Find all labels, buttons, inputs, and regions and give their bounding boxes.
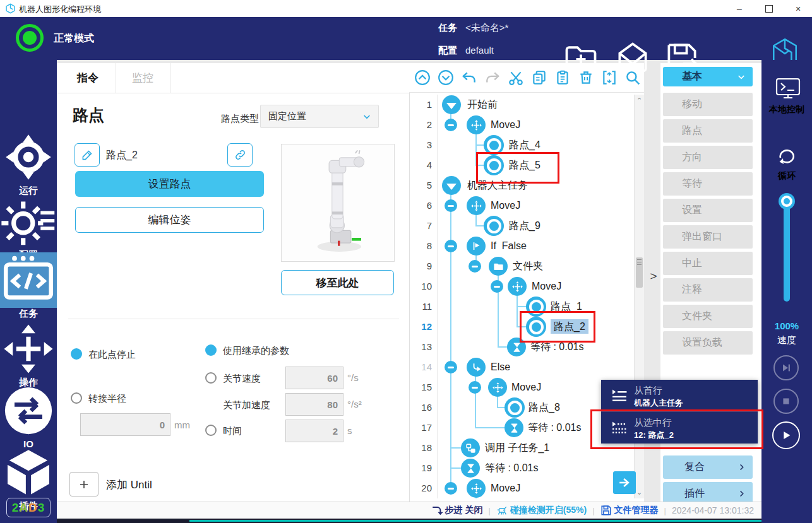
tree-node-label[interactable]: If False xyxy=(491,236,527,256)
radius-input[interactable]: 0 xyxy=(80,413,170,436)
tree-node-label[interactable]: MoveJ xyxy=(491,115,520,135)
move-here-button[interactable]: 移至此处 xyxy=(281,270,394,295)
tree-node-label[interactable]: 调用 子任务_1 xyxy=(485,438,549,458)
insert-icon[interactable] xyxy=(601,69,618,86)
scrollbar-thumb[interactable] xyxy=(636,257,643,288)
status-collision[interactable]: 碰撞检测开启(55%) xyxy=(496,505,587,516)
waypoint-icon[interactable] xyxy=(505,397,525,418)
palette-expander[interactable]: > xyxy=(647,267,660,285)
close-button[interactable]: × xyxy=(784,0,812,17)
sidebar-item-task[interactable]: 任务 xyxy=(0,252,57,308)
popup-item-run-from-first[interactable]: 从首行机器人主任务 xyxy=(601,380,758,411)
movej-icon[interactable] xyxy=(488,378,507,397)
movej-icon[interactable] xyxy=(508,277,527,296)
step-forward-button[interactable] xyxy=(773,355,799,380)
tree-node-label[interactable]: 路点_8 xyxy=(528,397,560,418)
tree-node-label[interactable]: MoveJ xyxy=(491,196,520,216)
blend-radius-radio[interactable] xyxy=(71,392,82,404)
time-radio[interactable] xyxy=(205,425,217,436)
tree-node-label[interactable]: 开始前 xyxy=(467,95,498,115)
palette-item[interactable]: 设置负载 xyxy=(663,331,753,355)
local-control-icon[interactable] xyxy=(775,77,801,100)
folder-icon[interactable] xyxy=(489,257,508,276)
use-inherited-radio[interactable] xyxy=(205,344,217,356)
status-file-manager[interactable]: 文件管理器 xyxy=(600,505,659,516)
expand-icon[interactable] xyxy=(442,176,461,195)
delete-icon[interactable] xyxy=(578,69,594,86)
collapse-minus-icon[interactable] xyxy=(445,119,457,131)
redo-icon[interactable] xyxy=(484,69,501,86)
palette-item[interactable]: 注释 xyxy=(663,278,753,302)
tree-node-label[interactable]: MoveJ xyxy=(491,478,520,498)
tab-instruction[interactable]: 指令 xyxy=(60,63,116,93)
maximize-button[interactable] xyxy=(755,0,783,17)
cut-icon[interactable] xyxy=(508,69,524,86)
tree-node-label[interactable]: MoveJ xyxy=(532,276,561,297)
link-button[interactable] xyxy=(227,143,253,167)
scroll-down-icon[interactable]: ⌄ xyxy=(635,488,643,497)
joint-speed-input[interactable]: 60 xyxy=(285,367,343,389)
stop-here-radio[interactable] xyxy=(71,348,82,360)
expand-icon[interactable] xyxy=(442,95,461,114)
tree-node-label[interactable]: MoveJ xyxy=(511,377,541,397)
rename-button[interactable] xyxy=(75,143,100,167)
sidebar-item-operate[interactable]: 操作 xyxy=(0,321,57,377)
movej-icon[interactable] xyxy=(467,196,486,215)
palette-group-compound[interactable]: 复合 xyxy=(663,455,753,479)
scroll-up-icon[interactable]: ⌃ xyxy=(635,96,643,105)
else-icon[interactable] xyxy=(467,358,486,377)
waypoint-type-select[interactable]: 固定位置 xyxy=(260,105,379,128)
joint-accel-input[interactable]: 80 xyxy=(285,393,343,416)
speed-slider[interactable] xyxy=(784,197,790,302)
if-icon[interactable] xyxy=(467,237,486,256)
collapse-minus-icon[interactable] xyxy=(469,381,481,394)
set-waypoint-button[interactable]: 设置路点 xyxy=(75,171,264,197)
palette-item[interactable]: 方向 xyxy=(663,146,753,169)
search-icon[interactable] xyxy=(624,69,641,86)
tree-node-label[interactable]: 文件夹 xyxy=(513,256,543,276)
palette-item[interactable]: 中止 xyxy=(663,252,753,275)
tree-node-label[interactable]: 等待 : 0.01s xyxy=(485,458,538,478)
tree-node-label[interactable]: Else xyxy=(491,357,510,377)
add-until-button[interactable] xyxy=(69,472,99,497)
edit-pose-button[interactable]: 编辑位姿 xyxy=(75,207,264,233)
undo-icon[interactable] xyxy=(461,69,477,86)
speed-slider-knob[interactable] xyxy=(779,193,795,209)
sidebar-item-config[interactable]: 配置 xyxy=(0,194,57,249)
palette-header-basic[interactable]: 基本 xyxy=(663,67,753,86)
palette-item[interactable]: 文件夹 xyxy=(663,305,753,328)
waypoint-icon[interactable] xyxy=(484,216,504,236)
tree-node-label[interactable]: 路点_9 xyxy=(509,216,540,236)
minimize-button[interactable]: – xyxy=(725,0,753,17)
collapse-down-icon[interactable] xyxy=(438,69,454,86)
collapse-minus-icon[interactable] xyxy=(445,361,457,373)
jump-to-row-button[interactable] xyxy=(613,471,636,494)
joint-speed-radio[interactable] xyxy=(205,372,217,384)
movej-icon[interactable] xyxy=(467,115,486,134)
collapse-minus-icon[interactable] xyxy=(445,199,457,212)
collapse-minus-icon[interactable] xyxy=(445,240,457,252)
collapse-minus-icon[interactable] xyxy=(469,260,481,273)
subtask-icon[interactable] xyxy=(461,438,480,457)
sidebar-item-run[interactable]: 运行 xyxy=(0,129,57,185)
movej-icon[interactable] xyxy=(467,479,486,498)
paste-icon[interactable] xyxy=(554,69,571,86)
sidebar-item-plugin[interactable]: 插件 xyxy=(0,445,57,500)
status-step[interactable]: 步进 关闭 xyxy=(431,505,483,516)
play-button[interactable] xyxy=(772,421,800,449)
collapse-minus-icon[interactable] xyxy=(491,280,503,293)
palette-item[interactable]: 弹出窗口 xyxy=(663,225,753,249)
tab-monitor[interactable]: 监控 xyxy=(116,63,170,93)
time-input[interactable]: 2 xyxy=(285,420,343,442)
loop-icon[interactable] xyxy=(775,144,799,165)
palette-item[interactable]: 移动 xyxy=(663,93,753,116)
copy-icon[interactable] xyxy=(531,69,547,86)
collapse-up-icon[interactable] xyxy=(414,69,431,86)
collapse-minus-icon[interactable] xyxy=(445,482,457,495)
palette-item[interactable]: 设置 xyxy=(663,199,753,222)
sidebar-item-io[interactable]: IO xyxy=(0,383,57,438)
tree-node-label[interactable]: 等待 : 0.01s xyxy=(528,418,581,438)
palette-item[interactable]: 路点 xyxy=(663,119,753,143)
stop-button[interactable] xyxy=(773,389,799,414)
wait-icon[interactable] xyxy=(505,418,523,437)
